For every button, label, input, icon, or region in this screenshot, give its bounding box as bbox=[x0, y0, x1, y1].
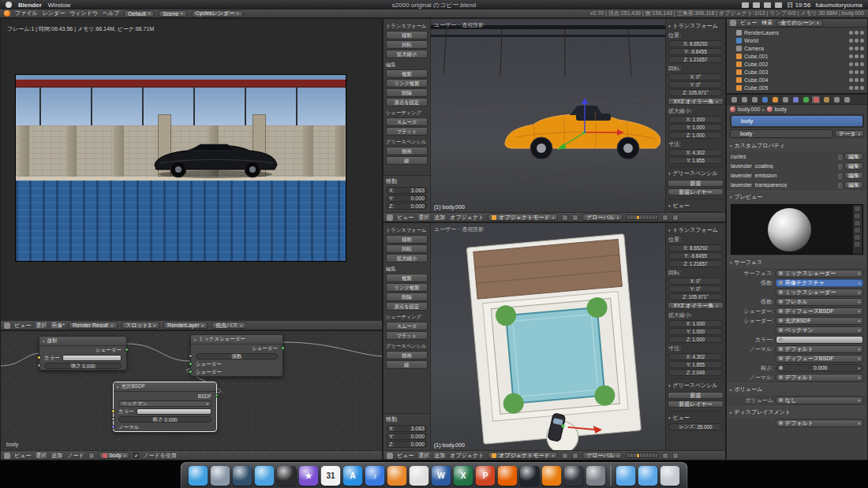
visibility-toggle[interactable] bbox=[849, 62, 853, 66]
outliner-item[interactable]: Cube.005 bbox=[728, 84, 866, 91]
tab-render[interactable] bbox=[729, 95, 739, 104]
edit-property-button[interactable]: 編集 bbox=[844, 153, 863, 160]
tool-shelf-item[interactable]: 移動 bbox=[386, 235, 428, 244]
operator-value-field[interactable]: Z:0.000 bbox=[386, 203, 428, 210]
safari-icon[interactable] bbox=[233, 466, 253, 486]
preview-panel-header[interactable]: ▾プレビュー bbox=[727, 191, 867, 203]
surface-panel-header[interactable]: ▾サーフェス bbox=[727, 256, 867, 268]
viewport-menu[interactable]: 選択 bbox=[418, 452, 429, 460]
preview-world-button[interactable] bbox=[854, 241, 861, 248]
edit-property-button[interactable]: 編集 bbox=[844, 181, 863, 188]
material-name-field[interactable]: body bbox=[730, 129, 833, 138]
tab-modifiers[interactable] bbox=[791, 95, 800, 104]
tool-shelf-item[interactable]: グリースペンシル bbox=[386, 343, 428, 350]
selectability-toggle[interactable] bbox=[855, 54, 859, 58]
tab-world[interactable] bbox=[760, 95, 769, 104]
powerpoint-icon[interactable]: P bbox=[476, 466, 496, 486]
preview-cube-button[interactable] bbox=[854, 220, 861, 226]
outliner-item[interactable]: World bbox=[728, 36, 866, 44]
tab-object[interactable] bbox=[770, 95, 780, 104]
render-slot-select[interactable]: スロット1▾ bbox=[122, 322, 159, 329]
wifi-icon[interactable] bbox=[764, 2, 771, 8]
operator-value-field[interactable]: Z:0.000 bbox=[386, 441, 428, 448]
rotation-mode-select[interactable]: XYZ オイラー角▾ bbox=[668, 98, 724, 105]
volume-panel-header[interactable]: ▸ボリューム bbox=[727, 383, 867, 395]
tab-data[interactable] bbox=[801, 95, 810, 104]
dim-z-field[interactable]: Z: 2.049 bbox=[668, 369, 723, 376]
opengl-render-icon[interactable] bbox=[672, 214, 679, 221]
rot-x-field[interactable]: X: 0° bbox=[668, 73, 723, 80]
snap-icon[interactable] bbox=[662, 214, 668, 221]
emission-node[interactable]: ▾放射 シェーダー カラー 強さ 0.000 bbox=[39, 336, 127, 371]
preview-sphere-button[interactable] bbox=[854, 213, 861, 219]
rot-x-field[interactable]: X: 0° bbox=[668, 278, 723, 285]
outliner-display-mode-select[interactable]: 全てのシーン▾ bbox=[776, 20, 822, 27]
preview-flat-button[interactable] bbox=[854, 206, 861, 212]
visibility-toggle[interactable] bbox=[849, 54, 853, 58]
displacement-panel-header[interactable]: ▸ディスプレイスメント bbox=[727, 406, 867, 418]
renderability-toggle[interactable] bbox=[860, 70, 864, 74]
shader-select[interactable]: ベックマン▾ bbox=[776, 326, 863, 334]
viewport-menu[interactable]: オブジェクト bbox=[450, 214, 484, 222]
outliner-item[interactable]: Cube.001 bbox=[728, 52, 866, 60]
scale-x-field[interactable]: X: 1.000 bbox=[668, 320, 723, 327]
viewport-menu[interactable]: オブジェクト bbox=[450, 452, 484, 460]
dim-x-field[interactable]: X: 4.302 bbox=[668, 149, 723, 156]
appstore-icon[interactable]: A bbox=[343, 466, 363, 486]
material-data-link-button[interactable]: データ▾ bbox=[835, 130, 864, 137]
battery-icon[interactable] bbox=[775, 2, 782, 8]
outliner-editor-type-icon[interactable] bbox=[730, 20, 736, 26]
scale-x-field[interactable]: X: 1.000 bbox=[668, 116, 723, 123]
tab-material[interactable] bbox=[811, 95, 821, 104]
loc-y-field[interactable]: Y: -9.8455 bbox=[668, 48, 723, 55]
info-menu[interactable]: レンダー bbox=[43, 9, 65, 17]
viewport-bottom[interactable]: トランスフォーム移動回転拡大縮小編集複製リンク複製削除原点を設定シェーディングス… bbox=[383, 222, 726, 460]
glossy-roughness-field[interactable]: 粗さ 0.000 bbox=[118, 416, 211, 423]
loc-z-field[interactable]: Z: 1.21657 bbox=[668, 260, 723, 267]
visibility-toggle[interactable] bbox=[849, 39, 853, 43]
image-editor-menu[interactable]: 選択 bbox=[36, 322, 47, 330]
firefox-icon[interactable] bbox=[498, 466, 518, 486]
selectability-toggle[interactable] bbox=[855, 70, 859, 74]
app-menu[interactable]: Blender bbox=[18, 2, 42, 9]
shader-select[interactable]: 画像テクスチャ▾ bbox=[776, 279, 863, 287]
renderability-toggle[interactable] bbox=[860, 54, 864, 58]
viewport-top[interactable]: トランスフォーム移動回転拡大縮小編集複製リンク複製削除原点を設定シェーディングス… bbox=[383, 18, 726, 222]
info-menu[interactable]: ヘルプ bbox=[103, 9, 120, 17]
node-editor[interactable]: ▾放射 シェーダー カラー 強さ 0.000 ▾ミックスシェーダー シェーダー … bbox=[0, 330, 383, 460]
tab-renderlayers[interactable] bbox=[739, 95, 749, 104]
scale-z-field[interactable]: Z: 1.000 bbox=[668, 336, 723, 343]
tool-shelf-item[interactable]: リンク複製 bbox=[386, 283, 428, 292]
visibility-toggle[interactable] bbox=[849, 78, 853, 82]
viewport-menu[interactable]: 追加 bbox=[434, 452, 445, 460]
operator-value-field[interactable]: Y:0.000 bbox=[386, 433, 428, 440]
loc-x-field[interactable]: X: 8.65292 bbox=[668, 244, 723, 251]
shader-select[interactable]: ディフューズBSDF▾ bbox=[776, 355, 863, 363]
image-datablock-select[interactable]: Render Result✕ bbox=[69, 322, 118, 329]
menubar-username[interactable]: fukumotoryouma bbox=[815, 2, 862, 9]
edit-property-button[interactable]: 編集 bbox=[844, 162, 863, 169]
scale-z-field[interactable]: Z: 1.000 bbox=[668, 132, 723, 139]
node-editor-menu[interactable]: ノード bbox=[67, 452, 84, 460]
tool-shelf-item[interactable]: 複製 bbox=[386, 69, 428, 78]
node-editor-menu[interactable]: ビュー bbox=[14, 452, 31, 460]
tool-shelf-item[interactable]: トランスフォーム bbox=[386, 23, 428, 30]
viewport-menu[interactable]: ビュー bbox=[397, 452, 413, 460]
renderability-toggle[interactable] bbox=[860, 39, 864, 43]
loc-x-field[interactable]: X: 8.65292 bbox=[668, 40, 723, 47]
image-editor-type-icon[interactable] bbox=[4, 322, 10, 329]
scale-y-field[interactable]: Y: 1.000 bbox=[668, 328, 723, 335]
shader-select[interactable]: ミックスシェーダー▾ bbox=[776, 270, 863, 278]
tool-shelf-item[interactable]: フラット bbox=[386, 331, 428, 340]
outliner-menu[interactable]: 検索 bbox=[761, 19, 773, 27]
outliner-menu[interactable]: ビュー bbox=[740, 19, 757, 27]
use-nodes-checkbox[interactable]: ✓ bbox=[133, 453, 139, 458]
scene-select[interactable]: Scene▾ bbox=[159, 10, 186, 17]
rotation-mode-select[interactable]: XYZ オイラー角▾ bbox=[668, 302, 724, 309]
tool-shelf-item[interactable]: 原点を設定 bbox=[386, 98, 428, 106]
menubar-menu[interactable]: Window bbox=[48, 2, 70, 9]
mix-shader-node[interactable]: ▾ミックスシェーダー シェーダー 係数 シェーダー シェーダー bbox=[190, 334, 283, 377]
tool-shelf-item[interactable]: スムーズ bbox=[386, 322, 428, 330]
tab-texture[interactable] bbox=[821, 95, 831, 104]
tab-particles[interactable] bbox=[832, 95, 841, 104]
